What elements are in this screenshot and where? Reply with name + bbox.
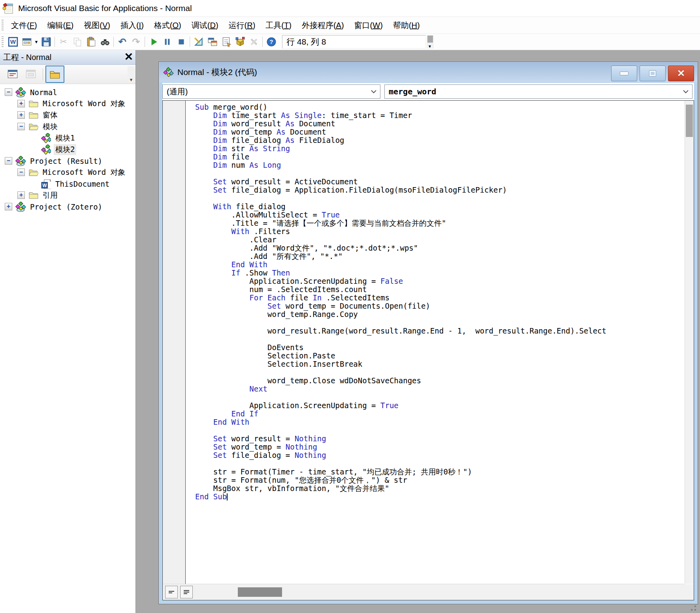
tree-item[interactable]: −Microsoft Word 对象 — [0, 167, 135, 178]
collapse-icon[interactable]: − — [17, 123, 25, 130]
code-line: End Sub — [195, 493, 685, 501]
minimize-button[interactable] — [611, 66, 637, 81]
code-line: Set word_result = Nothing — [195, 435, 685, 443]
tree-item[interactable]: −模块 — [0, 121, 135, 132]
restore-button[interactable] — [640, 66, 666, 81]
code-line: Set word_temp = Documents.Open(file) — [195, 302, 685, 310]
view-object-icon[interactable] — [22, 66, 40, 82]
tree-item-label: Project (Result) — [28, 156, 104, 166]
code-line: Selection.Paste — [195, 352, 685, 360]
view-word-icon[interactable]: W — [6, 36, 20, 48]
tree-item-label: 模块1 — [54, 133, 76, 144]
expand-icon[interactable]: + — [17, 100, 25, 107]
toolbar-overflow-scrollbar[interactable]: ▼ — [427, 35, 434, 49]
resize-grip[interactable] — [687, 603, 697, 611]
menu-item-d[interactable]: 调试(D) — [186, 17, 224, 34]
object-browser-icon[interactable] — [233, 36, 247, 48]
toolbar-drag-handle[interactable] — [2, 36, 4, 47]
margin-indicator-bar[interactable] — [163, 101, 186, 584]
code-line: Dim time_start As Single: time_start = T… — [195, 111, 685, 120]
undo-icon[interactable]: ↶ — [115, 36, 129, 48]
worddoc-icon: W — [41, 179, 51, 189]
tree-item-label: Normal — [28, 88, 59, 97]
vba-app-icon — [2, 2, 14, 14]
code-line: Dim file — [195, 153, 685, 161]
project-icon — [15, 202, 26, 212]
vertical-scrollbar[interactable] — [685, 101, 694, 584]
horizontal-scrollbar-thumb[interactable] — [238, 587, 282, 597]
menu-item-t[interactable]: 工具(T) — [260, 17, 297, 34]
vertical-scrollbar-thumb[interactable] — [686, 105, 693, 137]
menubar-drag-handle[interactable] — [2, 20, 4, 31]
tree-item[interactable]: 模块2 — [0, 144, 135, 155]
code-window-titlebar[interactable]: Normal - 模块2 (代码) ✕ — [159, 62, 697, 82]
close-button[interactable]: ✕ — [668, 66, 694, 81]
code-line: With file_dialog — [195, 202, 685, 211]
code-line: num = .SelectedItems.count — [195, 285, 685, 294]
project-tree: −Normal+Microsoft Word 对象+窗体−模块模块1模块2−Pr… — [0, 84, 135, 613]
run-icon[interactable] — [147, 36, 160, 48]
procedure-dropdown[interactable]: merge_word — [384, 84, 692, 99]
code-line: DoEvents — [195, 343, 685, 352]
folder-icon — [28, 111, 38, 120]
code-line: Set word_temp = Nothing — [195, 443, 685, 451]
menu-item-a[interactable]: 外接程序(A) — [297, 17, 349, 34]
dropdown-arrow-icon[interactable]: ▼ — [34, 36, 39, 48]
menu-item-e[interactable]: 编辑(E) — [42, 17, 79, 34]
toolbar-separator — [55, 37, 55, 47]
collapse-icon[interactable]: − — [5, 157, 12, 165]
procedure-view-button[interactable] — [165, 586, 178, 598]
help-icon[interactable]: ? — [264, 36, 278, 48]
expand-icon[interactable]: + — [5, 203, 12, 210]
tree-item[interactable]: +引用 — [0, 189, 135, 201]
code-line: .Title = "请选择【一个或多个】需要与当前文档合并的文件" — [195, 219, 685, 227]
tree-item[interactable]: +Microsoft Word 对象 — [0, 98, 135, 109]
menu-item-f[interactable]: 文件(F) — [6, 17, 42, 34]
tree-item[interactable]: 模块1 — [0, 132, 135, 144]
chevron-down-icon — [683, 89, 689, 94]
code-line: End With — [195, 418, 685, 426]
properties-window-icon[interactable] — [219, 36, 233, 48]
window-title: Microsoft Visual Basic for Applications … — [18, 4, 192, 13]
design-mode-icon[interactable] — [192, 36, 205, 48]
menu-item-h[interactable]: 帮助(H) — [388, 17, 425, 34]
code-editor[interactable]: Sub merge_word() Dim time_start As Singl… — [186, 101, 685, 584]
menu-item-w[interactable]: 窗口(W) — [349, 17, 388, 34]
toolbar-overflow-down-icon[interactable]: ▼ — [428, 44, 432, 49]
insert-userform-icon[interactable] — [20, 36, 34, 48]
code-line: End If — [195, 410, 685, 418]
object-dropdown[interactable]: (通用) — [162, 84, 380, 99]
reset-icon[interactable] — [174, 36, 188, 48]
collapse-icon[interactable]: − — [5, 88, 12, 96]
menu-item-r[interactable]: 运行(R) — [224, 17, 261, 34]
tree-item[interactable]: WThisDocument — [0, 178, 135, 189]
code-line: str = Format(num, "您选择合并0个文件，") & str — [195, 476, 685, 484]
toggle-folders-icon[interactable] — [45, 66, 64, 83]
tree-item[interactable]: +Project (Zotero) — [0, 201, 135, 212]
tree-item[interactable]: −Project (Result) — [0, 155, 135, 167]
code-line: Sub merge_word() — [195, 103, 685, 111]
break-icon[interactable] — [160, 36, 174, 48]
collapse-icon[interactable]: − — [17, 169, 25, 176]
expand-icon[interactable]: + — [17, 191, 25, 199]
menu-item-i[interactable]: 插入(I) — [115, 17, 149, 34]
tree-item[interactable]: −Normal — [0, 86, 135, 98]
code-editor-body: Sub merge_word() Dim time_start As Singl… — [162, 100, 694, 600]
panel-scroll-down-icon[interactable]: ▼ — [128, 66, 135, 82]
save-icon[interactable] — [39, 36, 53, 48]
menu-item-o[interactable]: 格式(O) — [149, 17, 186, 34]
view-code-icon[interactable] — [4, 66, 21, 82]
menu-item-v[interactable]: 视图(V) — [79, 17, 115, 34]
code-window-combo-row: (通用) merge_word — [162, 83, 694, 100]
project-icon — [15, 156, 26, 166]
horizontal-scrollbar[interactable] — [163, 584, 685, 600]
find-icon[interactable] — [98, 36, 112, 48]
toolbar-overflow-thumb[interactable] — [427, 36, 433, 43]
project-explorer-close-icon[interactable]: ✕ — [124, 50, 133, 64]
tree-item[interactable]: +窗体 — [0, 109, 135, 121]
paste-icon[interactable] — [84, 36, 98, 48]
module-icon — [163, 67, 174, 77]
project-explorer-icon[interactable] — [205, 36, 219, 48]
full-module-view-button[interactable] — [180, 586, 193, 598]
expand-icon[interactable]: + — [17, 111, 25, 119]
